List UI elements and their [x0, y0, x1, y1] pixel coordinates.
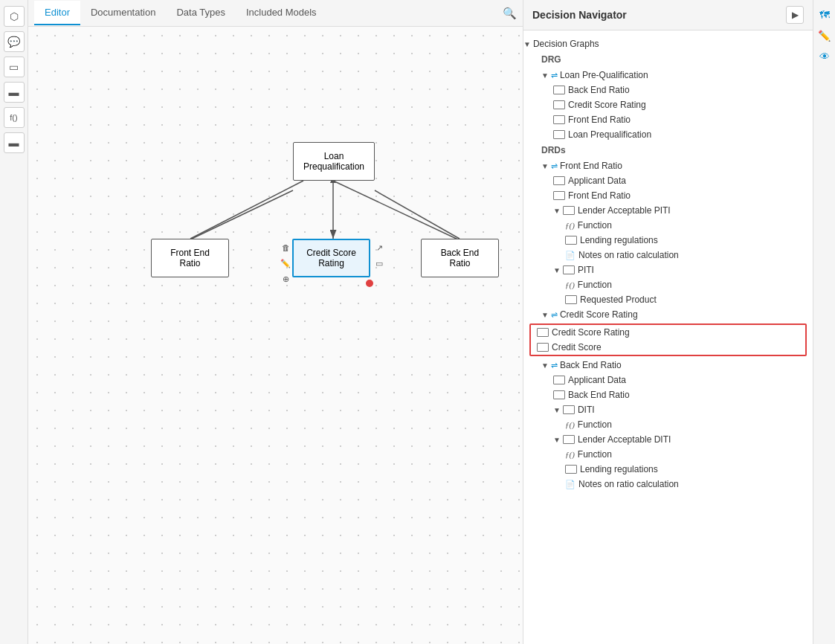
arrow-lender-piti: ▼ — [553, 207, 561, 215]
arrow-decision-graphs: ▼ — [523, 40, 531, 48]
connector-icon-frontend-drd: ⇌ — [551, 161, 558, 171]
toolbar-btn-2[interactable]: 💬 — [4, 31, 25, 52]
tab-documentation[interactable]: Documentation — [80, 1, 166, 25]
tree-credit-score-drg[interactable]: Credit Score Rating — [523, 97, 813, 112]
tree-lending-regs-diti[interactable]: Lending regulations — [523, 462, 813, 477]
edit-icon[interactable]: ✏️ — [279, 257, 292, 270]
decision-icon-req-prod — [565, 295, 577, 304]
svg-line-1 — [192, 190, 293, 239]
tree-csr-label: Credit Score Rating — [552, 327, 630, 338]
drds-label: DRDs — [541, 145, 566, 155]
tree-notes-diti[interactable]: 📄 Notes on ratio calculation — [523, 477, 813, 492]
tree-loan-prequalification[interactable]: ▼ ⇌ Loan Pre-Qualification — [523, 68, 813, 83]
tree-requested-product-label: Requested Product — [580, 294, 657, 305]
tree-back-end-ratio-drd[interactable]: Back End Ratio — [523, 387, 813, 402]
tree-front-end-drg[interactable]: Front End Ratio — [523, 112, 813, 127]
arrow-loan: ▼ — [541, 71, 549, 80]
canvas-area[interactable]: Loan Prequalification Front End Ratio Cr… — [28, 27, 523, 644]
toolbar-btn-6[interactable]: ▬ — [4, 132, 25, 153]
node-frontend[interactable]: Front End Ratio — [151, 239, 229, 277]
node-frontend-label: Front End Ratio — [170, 248, 210, 268]
section-decision-graphs[interactable]: ▼ Decision Graphs — [523, 36, 813, 51]
svg-line-2 — [375, 190, 460, 239]
section-decision-graphs-label: Decision Graphs — [533, 39, 599, 49]
decision-icon-credit-drg — [553, 100, 565, 109]
tree-function-diti2[interactable]: ƒ() Function — [523, 447, 813, 462]
arrow-piti: ▼ — [553, 266, 561, 274]
tree-front-end-ratio-drd[interactable]: Front End Ratio — [523, 188, 813, 203]
tree-lending-regs-piti[interactable]: Lending regulations — [523, 233, 813, 248]
delete-icon[interactable]: 🗑 — [279, 241, 292, 254]
tree-back-end-ratio-drg[interactable]: Back End Ratio — [523, 83, 813, 97]
highlighted-credit-section: Credit Score Rating Credit Score — [529, 323, 807, 356]
tab-editor[interactable]: Editor — [34, 1, 80, 25]
tree-frontend-drd[interactable]: ▼ ⇌ Front End Ratio — [523, 158, 813, 173]
node-credit[interactable]: Credit Score Rating — [292, 239, 370, 277]
tree-requested-product[interactable]: Requested Product — [523, 292, 813, 307]
tree-lender-piti-label: Lender Acceptable PITI — [578, 205, 671, 216]
tree-credit-drd[interactable]: ▼ ⇌ Credit Score Rating — [523, 307, 813, 322]
tree-diti[interactable]: ▼ DITI — [523, 402, 813, 417]
decision-icon-lender-piti — [563, 206, 575, 215]
tree-credit-drd-label: Credit Score Rating — [560, 309, 638, 320]
eye-icon[interactable]: 👁 — [816, 48, 834, 65]
panel-expand-btn[interactable]: ▶ — [786, 6, 804, 24]
tree-front-end-drg-label: Front End Ratio — [568, 115, 631, 125]
collapse-icon[interactable]: ▭ — [373, 257, 386, 270]
svg-line-5 — [333, 181, 460, 240]
node-action-icons-right: ↗ ▭ — [373, 241, 386, 270]
function-icon-diti2: ƒ() — [565, 450, 575, 459]
tree-applicant-data-fe[interactable]: Applicant Data — [523, 173, 813, 188]
decision-icon-lending-piti — [565, 236, 577, 245]
tree-piti[interactable]: ▼ PITI — [523, 263, 813, 277]
connections-svg — [28, 27, 523, 644]
tree-lender-diti-label: Lender Acceptable DITI — [578, 434, 671, 445]
panel-title: Decision Navigator — [532, 9, 783, 21]
tree-credit-score-rating-child[interactable]: Credit Score Rating — [531, 325, 805, 340]
node-action-icons: 🗑 ✏️ ⊕ — [279, 241, 292, 286]
decision-icon-csr — [537, 328, 549, 337]
tree-backend-drd[interactable]: ▼ ⇌ Back End Ratio — [523, 358, 813, 373]
tree-credit-score-child[interactable]: Credit Score — [531, 340, 805, 355]
toolbar-btn-1[interactable]: ⬡ — [4, 6, 25, 27]
toolbar-btn-3[interactable]: ▭ — [4, 57, 25, 77]
search-icon[interactable]: 🔍 — [503, 7, 517, 20]
panel-header: Decision Navigator ▶ — [523, 0, 813, 30]
tree-loan-preq-drg[interactable]: Loan Prequalification — [523, 127, 813, 142]
tree-notes-piti-label: Notes on ratio calculation — [578, 250, 679, 260]
tree-function-piti2-label: Function — [578, 280, 612, 290]
tree-lender-diti[interactable]: ▼ Lender Acceptable DITI — [523, 432, 813, 447]
node-backend-label: Back End Ratio — [441, 248, 479, 268]
right-side-icons: 🗺 ✏️ 👁 — [813, 0, 835, 644]
expand-icon[interactable]: ↗ — [373, 241, 386, 254]
tree-function-piti-label: Function — [578, 220, 612, 231]
map-icon[interactable]: 🗺 — [816, 6, 834, 24]
tree-function-diti[interactable]: ƒ() Function — [523, 417, 813, 432]
toolbar-btn-5[interactable]: f() — [4, 107, 25, 128]
tree-function-piti2[interactable]: ƒ() Function — [523, 277, 813, 292]
arrow-lender-diti: ▼ — [553, 436, 561, 444]
node-backend[interactable]: Back End Ratio — [421, 239, 499, 277]
share-icon[interactable]: ⊕ — [279, 272, 292, 286]
tree-applicant-data-be[interactable]: Applicant Data — [523, 373, 813, 387]
decision-icon-loan-drg — [553, 130, 565, 139]
tree-notes-piti[interactable]: 📄 Notes on ratio calculation — [523, 248, 813, 263]
drg-header: DRG — [523, 51, 813, 68]
tree-lending-regs-piti-label: Lending regulations — [580, 235, 658, 245]
navigator-tree[interactable]: ▼ Decision Graphs DRG ▼ ⇌ Loan Pre-Quali… — [523, 30, 813, 644]
tab-data-types[interactable]: Data Types — [166, 1, 236, 25]
tree-back-end-drg-label: Back End Ratio — [568, 85, 630, 95]
tree-lender-piti[interactable]: ▼ Lender Acceptable PITI — [523, 203, 813, 218]
decision-icon-lender-diti — [563, 435, 575, 444]
node-loan[interactable]: Loan Prequalification — [293, 142, 375, 181]
edit-icon-side[interactable]: ✏️ — [816, 27, 834, 45]
left-toolbar: ⬡ 💬 ▭ ▬ f() ▬ — [0, 0, 28, 644]
toolbar-btn-4[interactable]: ▬ — [4, 82, 25, 103]
tree-applicant-data-be-label: Applicant Data — [568, 375, 626, 385]
tree-backend-drd-label: Back End Ratio — [560, 360, 622, 370]
tree-frontend-drd-label: Front End Ratio — [560, 161, 622, 171]
input-icon-applicant-fe — [553, 176, 565, 185]
tab-included-models[interactable]: Included Models — [236, 1, 327, 25]
function-icon-diti: ƒ() — [565, 420, 575, 429]
tree-function-piti[interactable]: ƒ() Function — [523, 218, 813, 233]
